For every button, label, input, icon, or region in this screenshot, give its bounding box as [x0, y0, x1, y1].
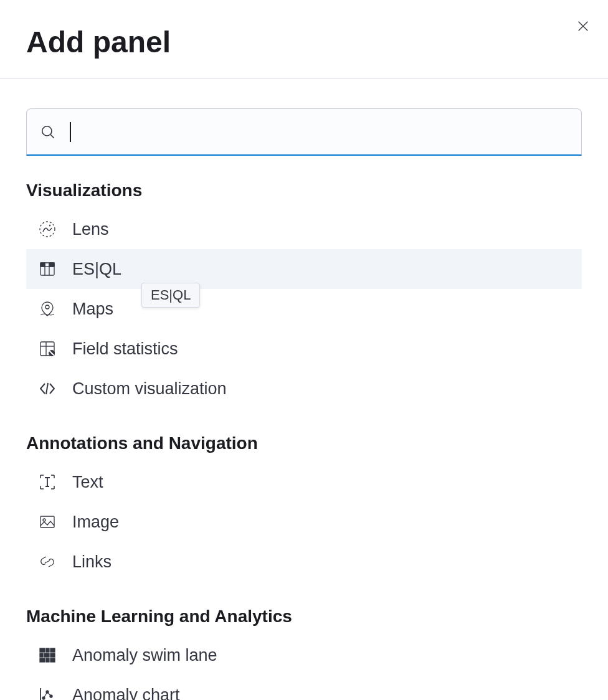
panel-type-label: Anomaly swim lane [72, 646, 217, 665]
panel-type-label: Maps [72, 300, 113, 319]
panel-type-swimlane[interactable]: Anomaly swim lane [26, 635, 582, 675]
dialog-title: Add panel [26, 25, 582, 59]
panel-type-maps[interactable]: Maps [26, 289, 582, 329]
panel-type-label: Custom visualization [72, 379, 227, 399]
panel-type-anomalychart[interactable]: Anomaly chart [26, 675, 582, 700]
search-container [26, 108, 582, 156]
panel-type-label: ES|QL [72, 260, 121, 279]
code-icon [37, 379, 57, 399]
search-icon [40, 124, 56, 140]
swimlane-icon [37, 645, 57, 665]
panel-type-code[interactable]: Custom visualization [26, 369, 582, 409]
link-icon [37, 552, 57, 572]
text-cursor [70, 122, 71, 142]
panel-type-esql[interactable]: ES|QLES|QL [26, 249, 582, 289]
dialog-content: VisualizationsLensES|QLES|QLMapsField st… [0, 78, 608, 700]
svg-line-1 [50, 135, 54, 138]
fieldstats-icon [37, 339, 57, 359]
group-title: Visualizations [26, 181, 582, 201]
dialog-header: Add panel [0, 0, 608, 78]
panel-type-label: Image [72, 513, 119, 532]
panel-type-list: TextImageLinks [26, 462, 582, 582]
panel-type-text[interactable]: Text [26, 462, 582, 502]
group-title: Annotations and Navigation [26, 433, 582, 453]
panel-type-lens[interactable]: Lens [26, 209, 582, 249]
close-button[interactable] [574, 17, 592, 35]
panel-type-list: Anomaly swim laneAnomaly chart [26, 635, 582, 700]
group-title: Machine Learning and Analytics [26, 607, 582, 627]
panel-type-label: Links [72, 552, 112, 572]
image-icon [37, 512, 57, 532]
panel-type-label: Field statistics [72, 339, 178, 359]
lens-icon [37, 219, 57, 239]
panel-type-image[interactable]: Image [26, 502, 582, 542]
panel-type-fieldstats[interactable]: Field statistics [26, 329, 582, 369]
search-input[interactable] [26, 108, 582, 156]
maps-icon [37, 299, 57, 319]
anomalychart-icon [37, 685, 57, 700]
close-icon [576, 19, 590, 33]
esql-icon [37, 259, 57, 279]
panel-type-link[interactable]: Links [26, 542, 582, 582]
panel-type-label: Lens [72, 220, 109, 239]
panel-type-list: LensES|QLES|QLMapsField statisticsCustom… [26, 209, 582, 409]
panel-type-label: Anomaly chart [72, 686, 180, 701]
svg-point-0 [42, 126, 52, 136]
text-icon [37, 472, 57, 492]
panel-type-label: Text [72, 473, 103, 492]
